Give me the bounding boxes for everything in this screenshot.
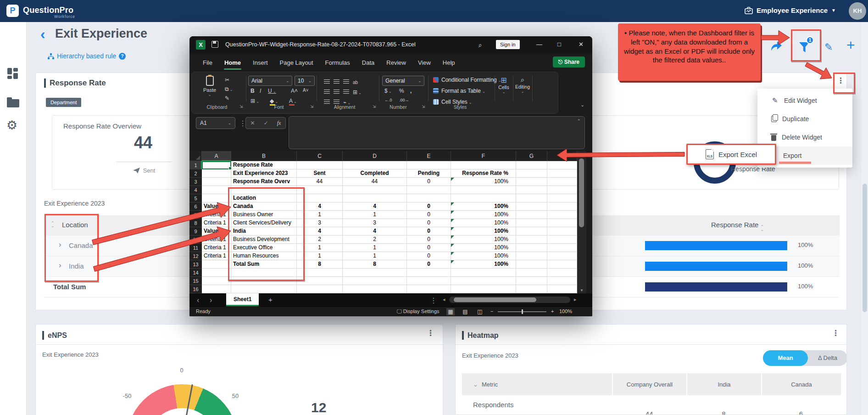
excel-cell-G15[interactable]: [516, 277, 547, 285]
excel-cell-F14[interactable]: [451, 269, 516, 277]
normal-view-icon[interactable]: ▦: [446, 308, 455, 315]
page-scrollbar-thumb[interactable]: [862, 184, 867, 312]
column-header-C[interactable]: C: [297, 151, 343, 161]
excel-cell-G13[interactable]: [516, 260, 547, 269]
scroll-left-icon[interactable]: ◂: [443, 297, 445, 303]
sign-in-button[interactable]: Sign in: [496, 40, 520, 49]
formula-input[interactable]: ⌃: [289, 116, 585, 149]
excel-tab-page-layout[interactable]: Page Layout: [274, 54, 319, 72]
heatmap-column-india[interactable]: India: [686, 373, 761, 395]
page-break-view-icon[interactable]: ◫: [476, 308, 484, 315]
excel-cell-A9[interactable]: Value: [202, 227, 231, 236]
row-header-10[interactable]: 10: [189, 236, 202, 244]
excel-title-bar[interactable]: X QuestionPro-WF-Widget-Response-Rate-08…: [189, 36, 592, 54]
name-box[interactable]: A1⌄: [196, 117, 235, 129]
hierarchy-rule-link[interactable]: Hierarchy based rule ?: [48, 52, 126, 60]
cancel-icon[interactable]: ✕: [250, 120, 255, 126]
format-painter-icon[interactable]: ✎: [225, 95, 229, 101]
wrap-text-icon[interactable]: ab: [353, 80, 358, 85]
editing-button[interactable]: ⌕Editing⌄: [513, 76, 532, 94]
excel-tab-data[interactable]: Data: [356, 54, 380, 72]
excel-cell-H7[interactable]: [547, 211, 577, 219]
excel-cell-E2[interactable]: Pending: [407, 169, 451, 178]
page-scrollbar[interactable]: [862, 22, 868, 415]
menu-item-edit-widget[interactable]: ✎Edit Widget: [757, 91, 852, 110]
excel-cell-E14[interactable]: [407, 269, 451, 277]
heatmap-column-metric[interactable]: ⌄Metric: [462, 373, 612, 395]
excel-cell-E8[interactable]: 0: [407, 219, 451, 227]
conditional-formatting-button[interactable]: Conditional Formatting ⌄: [433, 77, 501, 83]
excel-tab-insert[interactable]: Insert: [247, 54, 274, 72]
excel-cell-G6[interactable]: [516, 202, 547, 211]
excel-cell-D16[interactable]: [343, 285, 407, 293]
cut-icon[interactable]: ✂: [225, 77, 229, 83]
excel-cell-A4[interactable]: [202, 186, 231, 194]
excel-cell-H14[interactable]: [547, 269, 577, 277]
align-top-icons[interactable]: ab: [324, 78, 358, 86]
maximize-button[interactable]: □: [557, 41, 561, 48]
excel-cell-G3[interactable]: [516, 178, 547, 186]
grow-font-icon[interactable]: A˄: [291, 88, 298, 94]
column-header-G[interactable]: G: [516, 151, 547, 161]
excel-cell-B2[interactable]: Exit Experience 2023: [231, 169, 297, 178]
font-dialog-launcher[interactable]: ⇲: [310, 104, 314, 109]
excel-tab-view[interactable]: View: [412, 54, 437, 72]
minimize-button[interactable]: —: [536, 41, 542, 48]
close-button[interactable]: ✕: [579, 41, 584, 48]
excel-cell-A14[interactable]: [202, 269, 231, 277]
excel-cell-B3[interactable]: Response Rate Overv: [231, 178, 297, 186]
underline-icon[interactable]: U ⌄: [268, 88, 276, 94]
excel-cell-A12[interactable]: Criteria 1: [202, 252, 231, 260]
excel-cell-D11[interactable]: 1: [343, 244, 407, 252]
excel-tab-home[interactable]: Home: [218, 54, 247, 72]
excel-cell-H6[interactable]: [547, 202, 577, 211]
add-widget-button[interactable]: +: [846, 38, 855, 52]
excel-cell-F9[interactable]: 100%: [451, 227, 516, 236]
toggle-mean[interactable]: Mean: [763, 350, 808, 366]
excel-tab-file[interactable]: File: [197, 54, 218, 72]
scrollbar-thumb[interactable]: [579, 158, 584, 227]
excel-cell-F4[interactable]: [451, 186, 516, 194]
row-header-12[interactable]: 12: [189, 252, 202, 260]
number-format-select[interactable]: General⌄: [382, 76, 424, 86]
excel-horizontal-scrollbar[interactable]: [449, 297, 570, 303]
excel-cell-G7[interactable]: [516, 211, 547, 219]
excel-cell-H2[interactable]: [547, 169, 577, 178]
excel-cell-D2[interactable]: Completed: [343, 169, 407, 178]
excel-cell-H13[interactable]: [547, 260, 577, 269]
row-header-3[interactable]: 3: [189, 178, 202, 186]
excel-cell-B1[interactable]: Response Rate: [231, 161, 297, 169]
excel-cell-A3[interactable]: [202, 178, 231, 186]
excel-cell-E16[interactable]: [407, 285, 451, 293]
row-header-16[interactable]: 16: [189, 285, 202, 293]
excel-cell-A7[interactable]: Criteria 1: [202, 211, 231, 219]
excel-cell-E7[interactable]: 0: [407, 211, 451, 219]
workspace-switcher[interactable]: Employee Experience ▼: [745, 6, 836, 14]
column-header-A[interactable]: A: [202, 151, 231, 161]
excel-cell-G10[interactable]: [516, 236, 547, 244]
excel-cell-E5[interactable]: [407, 194, 451, 202]
number-dialog-launcher[interactable]: ⇲: [422, 104, 425, 109]
excel-cell-A16[interactable]: [202, 285, 231, 293]
excel-cell-G2[interactable]: [516, 169, 547, 178]
excel-cell-F13[interactable]: 100%: [451, 260, 516, 269]
column-response-rate[interactable]: Response Rate ⌃⌄: [711, 221, 764, 231]
excel-cell-F3[interactable]: 100%: [451, 178, 516, 186]
excel-cell-F16[interactable]: [451, 285, 516, 293]
next-sheet-icon[interactable]: ›: [210, 296, 212, 304]
excel-cell-F12[interactable]: 100%: [451, 252, 516, 260]
excel-cell-E13[interactable]: 0: [407, 260, 451, 269]
menu-item-duplicate[interactable]: Duplicate: [757, 110, 852, 128]
row-header-2[interactable]: 2: [189, 169, 202, 178]
chevron-down-icon[interactable]: ⌄: [473, 381, 478, 388]
excel-cell-H8[interactable]: [547, 219, 577, 227]
fill-color-icon[interactable]: ◆ ⌄: [270, 98, 278, 104]
excel-cell-H5[interactable]: [547, 194, 577, 202]
excel-cell-H10[interactable]: [547, 236, 577, 244]
excel-cell-D12[interactable]: 1: [343, 252, 407, 260]
excel-cell-D7[interactable]: 1: [343, 211, 407, 219]
heatmap-column-company-overall[interactable]: Company Overall: [612, 373, 686, 395]
excel-cell-C16[interactable]: [297, 285, 343, 293]
excel-cell-A5[interactable]: [202, 194, 231, 202]
row-header-4[interactable]: 4: [189, 186, 202, 194]
